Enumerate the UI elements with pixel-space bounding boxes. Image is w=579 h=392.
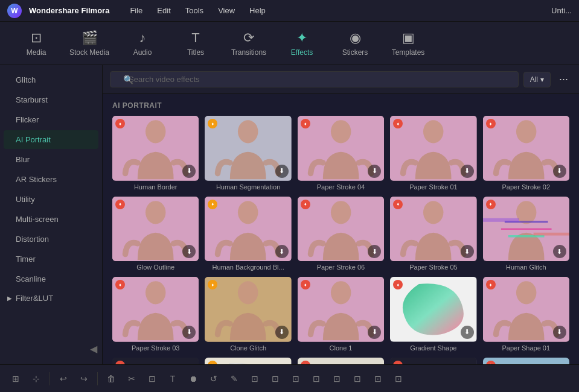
- sidebar-item-distortion[interactable]: Distortion: [4, 230, 98, 248]
- effect-card-clone-1[interactable]: ♦⬇Clone 1: [298, 277, 384, 352]
- effect-download-human-glitch[interactable]: ⬇: [553, 245, 566, 258]
- sidebar-collapse-button[interactable]: ◀: [0, 338, 102, 359]
- color-tool[interactable]: ⊡: [369, 370, 386, 387]
- nav-label-templates: Templates: [392, 48, 425, 57]
- effect-download-paper-stroke-05[interactable]: ⬇: [461, 245, 474, 258]
- effect-card-paper-stroke-01[interactable]: ♦⬇Paper Stroke 01: [390, 116, 476, 191]
- effect-download-clone-1[interactable]: ⬇: [368, 326, 381, 339]
- nav-item-templates[interactable]: ▣ Templates: [384, 24, 432, 63]
- filter-button[interactable]: All ▾: [523, 72, 551, 87]
- effect-download-human-segmentation[interactable]: ⬇: [275, 165, 289, 178]
- grid-tool[interactable]: ⊡: [267, 370, 284, 387]
- select-tool[interactable]: ⊹: [28, 370, 45, 387]
- cut-tool[interactable]: ✂: [123, 370, 140, 387]
- effect-download-paper-stroke-04[interactable]: ⬇: [368, 165, 381, 178]
- text-tool[interactable]: T: [164, 370, 181, 387]
- effect-card-human-border[interactable]: ♦⬇Human Border: [112, 116, 199, 191]
- effect-card-paper-stroke-05[interactable]: ♦⬇Paper Stroke 05: [390, 197, 476, 271]
- menu-edit[interactable]: Edit: [153, 6, 174, 15]
- export-tool[interactable]: ⊡: [390, 370, 407, 387]
- sidebar-item-multi-screen[interactable]: Multi-screen: [4, 210, 98, 229]
- effect-card-human-background-bl[interactable]: ♦⬇Human Background Bl...: [205, 197, 291, 271]
- nav-item-stickers[interactable]: ◉ Stickers: [331, 24, 379, 63]
- nav-item-effects[interactable]: ✦ Effects: [278, 24, 326, 63]
- effect-card-paper-stroke-04[interactable]: ♦⬇Paper Stroke 04: [298, 116, 384, 191]
- sidebar-item-timer[interactable]: Timer: [4, 250, 98, 268]
- speed-tool[interactable]: ⊡: [349, 370, 366, 387]
- sidebar-item-blur[interactable]: Blur: [4, 150, 98, 169]
- svg-rect-47: [298, 358, 384, 364]
- effect-card-paper-shape-02[interactable]: ♦⬇Paper Shape 02: [390, 358, 476, 364]
- effect-card-paper-stroke-03[interactable]: ♦⬇Paper Stroke 03: [112, 277, 199, 352]
- nav-item-media[interactable]: ⊡ Media: [12, 24, 60, 63]
- effect-name-human-segmentation: Human Segmentation: [205, 183, 291, 191]
- effect-name-paper-shape-01: Paper Shape 01: [483, 344, 569, 352]
- effect-download-paper-stroke-02[interactable]: ⬇: [553, 165, 566, 178]
- nav-item-titles[interactable]: T Titles: [171, 24, 220, 63]
- sidebar-item-ai-portrait[interactable]: AI Portrait: [4, 130, 98, 149]
- sidebar-item-glitch[interactable]: Glitch: [4, 71, 98, 89]
- menu-view[interactable]: View: [214, 6, 238, 15]
- stock-media-icon: 🎬: [82, 30, 98, 46]
- search-input[interactable]: [110, 71, 519, 87]
- svg-rect-45: [112, 358, 199, 364]
- effect-download-human-border[interactable]: ⬇: [182, 165, 196, 178]
- menu-help[interactable]: Help: [246, 6, 269, 15]
- effect-thumb-paper-shape-02: ♦⬇: [390, 358, 476, 364]
- effect-card-gradient-shape[interactable]: ♦⬇Gradient Shape: [390, 277, 476, 352]
- delete-tool[interactable]: 🗑: [103, 370, 120, 387]
- effect-download-clone-glitch[interactable]: ⬇: [275, 326, 289, 339]
- effect-card-paper-shape-05[interactable]: ♦⬇Paper Shape 05: [205, 358, 291, 364]
- edit-tool[interactable]: ✎: [226, 370, 243, 387]
- effect-card-glow-outline[interactable]: ♦⬇Glow Outline: [112, 197, 199, 271]
- effect-badge-glow-outline: ♦: [115, 200, 125, 209]
- undo-tool[interactable]: ↩: [55, 370, 72, 387]
- nav-item-audio[interactable]: ♪ Audio: [118, 24, 167, 63]
- effect-card-paper-shape-01[interactable]: ♦⬇Paper Shape 01: [483, 277, 569, 352]
- sidebar-item-flicker[interactable]: Flicker: [4, 110, 98, 129]
- effect-download-paper-stroke-03[interactable]: ⬇: [182, 326, 196, 339]
- effect-card-paper-shape-04[interactable]: ♦⬇Paper Shape 04: [298, 358, 384, 364]
- effect-thumb-paper-stroke-01: ♦⬇: [390, 116, 476, 181]
- split-tool[interactable]: ⊡: [308, 370, 325, 387]
- sidebar-item-starburst[interactable]: Starburst: [4, 90, 98, 109]
- sidebar-folder-filter-lut[interactable]: ▶Filter&LUT: [0, 289, 102, 308]
- effect-download-paper-shape-01[interactable]: ⬇: [553, 326, 566, 339]
- effect-card-human-glitch[interactable]: ♦⬇Human Glitch: [483, 197, 569, 271]
- menu-file[interactable]: File: [126, 6, 146, 15]
- effect-card-paper-shape-07[interactable]: ♦⬇Paper Shape 07: [483, 358, 569, 364]
- adjust-tool[interactable]: ⊡: [287, 370, 304, 387]
- effect-thumb-human-border: ♦⬇: [112, 116, 199, 181]
- sidebar-item-scanline[interactable]: Scanline: [4, 270, 98, 288]
- effect-card-human-segmentation[interactable]: ♦⬇Human Segmentation: [205, 116, 291, 191]
- effect-name-clone-glitch: Clone Glitch: [205, 344, 291, 352]
- rotate-tool[interactable]: ↺: [205, 370, 222, 387]
- record-tool[interactable]: ⏺: [185, 370, 202, 387]
- menu-tools[interactable]: Tools: [182, 6, 207, 15]
- effect-thumb-paper-shape-01: ♦⬇: [483, 277, 569, 342]
- crop-tool[interactable]: ⊡: [144, 370, 161, 387]
- audio-tool[interactable]: ⊡: [328, 370, 345, 387]
- zoom-tool[interactable]: ⊡: [246, 370, 263, 387]
- effect-download-paper-stroke-01[interactable]: ⬇: [461, 165, 474, 178]
- sidebar-item-ar-stickers[interactable]: AR Stickers: [4, 170, 98, 189]
- sidebar-item-utility[interactable]: Utility: [4, 190, 98, 209]
- effect-card-paper-stroke-02[interactable]: ♦⬇Paper Stroke 02: [483, 116, 569, 191]
- effect-badge-paper-stroke-06: ♦: [301, 200, 310, 209]
- effect-card-paper-stroke-06[interactable]: ♦⬇Paper Stroke 06: [298, 197, 384, 271]
- section-label: AI PORTRAIT: [112, 101, 569, 110]
- nav-item-stock-media[interactable]: 🎬 Stock Media: [65, 24, 114, 63]
- effect-name-human-glitch: Human Glitch: [483, 264, 569, 271]
- more-options-button[interactable]: ···: [555, 72, 572, 87]
- svg-point-12: [423, 120, 443, 143]
- effect-download-human-background-bl[interactable]: ⬇: [275, 245, 289, 258]
- effect-card-paper-shape-06[interactable]: ♦⬇Paper Shape 06: [112, 358, 199, 364]
- redo-tool[interactable]: ↪: [75, 370, 92, 387]
- nav-item-transitions[interactable]: ⟳ Transitions: [225, 24, 273, 63]
- effect-thumb-paper-stroke-06: ♦⬇: [298, 197, 384, 262]
- effect-download-gradient-shape[interactable]: ⬇: [461, 326, 474, 339]
- effect-card-clone-glitch[interactable]: ♦⬇Clone Glitch: [205, 277, 291, 352]
- effect-badge-paper-stroke-02: ♦: [486, 119, 496, 128]
- layout-tool[interactable]: ⊞: [7, 370, 24, 387]
- effect-name-paper-stroke-02: Paper Stroke 02: [483, 183, 569, 191]
